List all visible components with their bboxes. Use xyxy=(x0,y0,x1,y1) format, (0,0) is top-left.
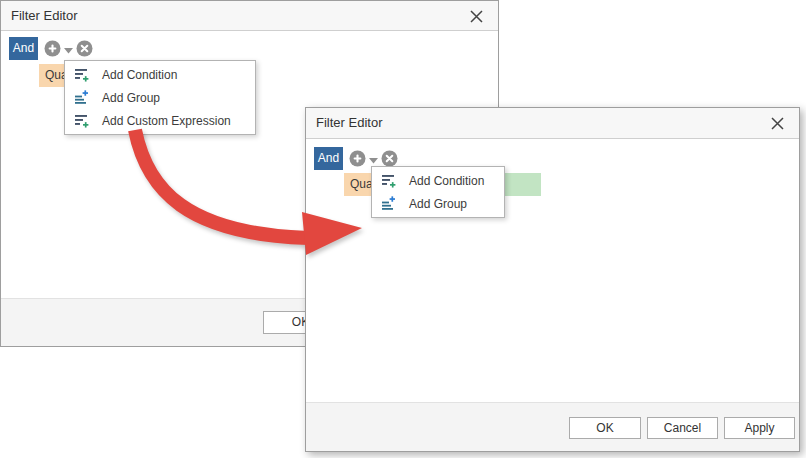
dialog-footer: OK Cancel Apply xyxy=(306,402,799,451)
add-menu-front: Add Condition Add Group xyxy=(371,166,505,218)
window-title: Filter Editor xyxy=(11,8,77,23)
screenshot-stage: Filter Editor And Quantity OK xyxy=(0,0,806,458)
group-operator-button[interactable]: And xyxy=(314,147,343,170)
close-icon[interactable] xyxy=(469,9,484,24)
remove-x-icon[interactable] xyxy=(76,40,93,57)
menu-item-add-condition[interactable]: Add Condition xyxy=(65,63,255,86)
title-bar[interactable]: Filter Editor xyxy=(1,1,498,31)
add-condition-icon xyxy=(381,173,396,188)
menu-item-add-group[interactable]: Add Group xyxy=(65,86,255,109)
add-condition-icon xyxy=(74,67,89,82)
add-menu-back: Add Condition Add Group Add Custom Expre… xyxy=(64,60,256,135)
group-operator-button[interactable]: And xyxy=(9,37,38,60)
menu-item-label: Add Custom Expression xyxy=(102,114,231,128)
chevron-down-icon[interactable] xyxy=(369,158,378,164)
apply-button[interactable]: Apply xyxy=(724,417,795,439)
menu-item-label: Add Group xyxy=(409,197,467,211)
menu-item-add-custom-expression[interactable]: Add Custom Expression xyxy=(65,109,255,132)
add-custom-expression-icon xyxy=(74,113,89,128)
title-bar[interactable]: Filter Editor xyxy=(306,108,799,139)
ok-button[interactable]: OK xyxy=(569,417,641,439)
menu-item-add-group[interactable]: Add Group xyxy=(372,192,504,215)
menu-item-label: Add Condition xyxy=(409,174,484,188)
remove-x-icon[interactable] xyxy=(381,150,398,167)
chevron-down-icon[interactable] xyxy=(64,48,73,54)
menu-item-label: Add Group xyxy=(102,91,160,105)
add-plus-icon[interactable] xyxy=(349,150,366,167)
close-icon[interactable] xyxy=(770,116,785,131)
filter-editor-dialog-front: Filter Editor And Quantity OK Cancel App… xyxy=(305,107,800,452)
cancel-button[interactable]: Cancel xyxy=(647,417,718,439)
menu-item-label: Add Condition xyxy=(102,68,177,82)
menu-item-add-condition[interactable]: Add Condition xyxy=(372,169,504,192)
add-group-icon xyxy=(381,196,396,211)
window-title: Filter Editor xyxy=(316,115,382,130)
add-group-icon xyxy=(74,90,89,105)
add-plus-icon[interactable] xyxy=(44,40,61,57)
